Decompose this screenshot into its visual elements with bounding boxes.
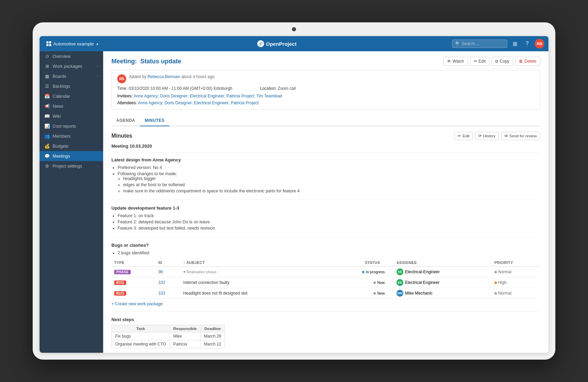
send-for-review-button[interactable]: ✉ Send for review <box>501 132 540 140</box>
row-type: BUG <box>111 277 155 288</box>
col-type: TYPE <box>111 259 155 267</box>
attendees-row: Attendees: Anne Agency; Doris Designer; … <box>117 100 534 105</box>
invitees-label: Invitees: <box>117 94 133 98</box>
logo-icon: 🔗 <box>257 40 264 47</box>
edit-icon: ✏ <box>474 59 477 64</box>
sidebar-label-meetings: Meetings <box>53 154 70 159</box>
block-bullets-bugs: 2 bugs identified: <box>111 251 540 255</box>
row-subject: ▾ Realisation phase <box>181 267 320 277</box>
priority-text: Normal <box>498 291 512 296</box>
meeting-header: Meeting: Status update 👁 Watch ✏ Edit <box>111 57 540 66</box>
status-badge-new: New <box>371 290 387 296</box>
tabs-bar: AGENDA MINUTES <box>111 115 540 126</box>
row-status: New <box>320 277 394 288</box>
col-assignee: ASSIGNEE <box>394 259 492 267</box>
author-link[interactable]: Rebecca Bemsen <box>148 74 180 79</box>
app-title: OpenProject <box>266 41 296 47</box>
sidebar-item-meetings[interactable]: 💬 Meetings <box>40 151 103 161</box>
assignee-cell: MM Mike Mechanic <box>396 290 489 297</box>
col-status: STATUS <box>320 259 394 267</box>
sidebar-item-budgets[interactable]: 💰 Budgets <box>40 141 103 151</box>
list-item: Feature 2: delayed because John Do is on… <box>118 220 540 224</box>
meeting-actions: 👁 Watch ✏ Edit ⧉ Copy 🗑 <box>443 57 540 66</box>
sidebar-item-news[interactable]: 📢 News <box>40 101 103 111</box>
edit-meeting-button[interactable]: ✏ Edit <box>470 57 490 66</box>
status-dot <box>362 271 364 273</box>
sidebar-label-overview: Overview <box>53 54 70 59</box>
author-time: about 4 hours ago <box>181 74 215 79</box>
row-status: In progress <box>320 267 394 277</box>
delete-button[interactable]: 🗑 Delete <box>515 57 540 66</box>
sidebar-item-calendar[interactable]: 📅 Calendar <box>40 91 103 101</box>
sidebar-item-work-packages[interactable]: ⊞ Work packages › <box>40 61 103 71</box>
app-logo-center: 🔗 OpenProject <box>102 40 452 47</box>
help-button[interactable]: ? <box>522 39 532 49</box>
attendees-value: Anne Agency; Doris Designer; Electrical … <box>138 100 259 105</box>
next-steps-header-row: Task Responsible Deadline <box>112 325 225 332</box>
send-icon: ✉ <box>504 134 508 138</box>
project-settings-arrow: › <box>97 164 98 168</box>
wp-subject-103[interactable]: Headlight does not fit designed slot <box>183 291 248 296</box>
assignee-cell: EE Electrical Engineer <box>396 279 489 286</box>
block-bullets-update-development: Feature 1: on track Feature 2: delayed b… <box>111 213 540 231</box>
watch-icon: 👁 <box>447 59 451 64</box>
row-assignee: MM Mike Mechanic <box>394 288 492 299</box>
create-work-package-link[interactable]: + Create new work package <box>111 301 163 306</box>
sidebar-item-boards[interactable]: ▦ Boards › <box>40 71 103 81</box>
search-input[interactable] <box>462 41 503 46</box>
col-responsible: Responsible <box>170 325 200 332</box>
row-priority: High <box>492 277 540 288</box>
time-info: Time: 03/10/2020 10:00 AM - 11:00 AM (GM… <box>117 86 232 91</box>
row-id: 98 <box>155 267 180 277</box>
assignee-avatar: MM <box>396 290 403 297</box>
priority-cell: High <box>494 280 537 285</box>
type-badge-phase: PHASE <box>114 270 131 274</box>
sidebar-item-project-settings[interactable]: ⚙ Project settings › <box>40 161 103 171</box>
user-avatar[interactable]: RB <box>535 39 544 49</box>
search-box[interactable]: 🔍 <box>452 40 507 48</box>
tab-agenda[interactable]: AGENDA <box>111 115 140 126</box>
history-icon: ⟳ <box>478 134 482 138</box>
sidebar-item-wiki[interactable]: 📖 Wiki <box>40 111 103 121</box>
row-chevron: ▾ <box>183 269 186 274</box>
list-item: Preferred version: No 4 <box>118 165 540 170</box>
deadline-1: March 29 <box>200 332 225 340</box>
meetings-icon: 💬 <box>44 153 50 159</box>
sidebar-label-calendar: Calendar <box>53 94 70 99</box>
table-row: BUG 102 Internet connection faulty <box>111 277 540 288</box>
priority-dot <box>494 282 497 284</box>
edit-minutes-button[interactable]: ✏ Edit <box>454 132 473 140</box>
row-status: New <box>320 288 394 299</box>
wp-id-103[interactable]: 103 <box>158 291 165 296</box>
wp-subject-98[interactable]: Realisation phase <box>186 270 216 274</box>
sidebar-item-cost-reports[interactable]: 📊 Cost reports <box>40 121 103 131</box>
sidebar-item-overview[interactable]: ⊙ Overview <box>40 51 103 61</box>
block-bullets-latest-design: Preferred version: No 4 Following change… <box>111 165 540 193</box>
grid-apps-button[interactable]: ⊞ <box>510 39 520 49</box>
copy-button[interactable]: ⧉ Copy <box>491 57 513 66</box>
sidebar-item-members[interactable]: 👥 Members <box>40 131 103 141</box>
block-bugs: Bugs or clashes? 2 bugs identified: TYPE… <box>111 243 540 311</box>
sidebar-item-backlogs[interactable]: ☰ Backlogs <box>40 81 103 91</box>
time-value: 03/10/2020 10:00 AM - 11:00 AM (GMT+0:00… <box>129 86 232 91</box>
watch-button[interactable]: 👁 Watch <box>443 57 468 66</box>
assignee-avatar: EE <box>396 268 403 275</box>
row-priority: Normal <box>492 288 540 299</box>
row-type: PHASE <box>111 267 155 277</box>
block-heading-update-development: Update development feature 1-3 <box>111 205 540 211</box>
table-row: Fix bugs Mike March 29 <box>112 332 225 340</box>
author-avatar: RB <box>117 74 126 83</box>
calendar-icon: 📅 <box>44 94 50 99</box>
task-2: Organise meeting with CTO <box>112 340 170 348</box>
project-selector[interactable]: Automotive example <box>44 40 102 48</box>
wp-id-98[interactable]: 98 <box>158 269 163 274</box>
meeting-title-text: Status update <box>140 58 181 65</box>
wp-id-102[interactable]: 102 <box>158 280 165 285</box>
wp-subject-102[interactable]: Internet connection faulty <box>183 280 229 285</box>
sub-bullets: headlights bigger edges at the boot to b… <box>118 176 540 193</box>
tab-minutes[interactable]: MINUTES <box>140 115 170 126</box>
grid-icon <box>46 41 51 46</box>
status-text: New <box>377 280 385 285</box>
history-button[interactable]: ⟳ History <box>475 132 499 140</box>
list-item: Feature 1: on track <box>118 213 540 218</box>
